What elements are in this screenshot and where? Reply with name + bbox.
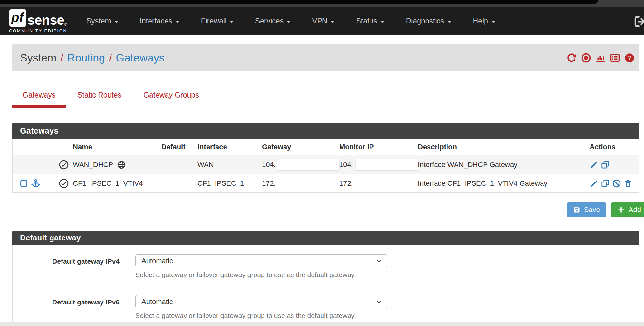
- breadcrumb-routing-link[interactable]: Routing: [67, 51, 105, 64]
- help-text: Select a gateway or failover gateway gro…: [135, 312, 387, 320]
- table-row-wan-dhcp: WAN_DHCP WAN 104. 104. Interface WAN_DHC…: [13, 155, 639, 174]
- nav-menu: System Interfaces Firewall Services VPN …: [86, 17, 495, 25]
- caret-down-icon: [491, 21, 495, 23]
- gateways-table: Name Default Interface Gateway Monitor I…: [12, 139, 639, 193]
- nav-item-status[interactable]: Status: [356, 17, 384, 25]
- nav-item-help[interactable]: Help: [473, 17, 495, 25]
- col-description: Description: [418, 143, 590, 151]
- gateway-interface: WAN: [197, 161, 262, 169]
- selected-value: Automatic: [141, 257, 173, 265]
- monitor-ip: 104.: [339, 161, 353, 169]
- logo-pf: pf: [9, 9, 26, 27]
- col-default: Default: [161, 143, 197, 151]
- gateway-address: 104.: [262, 161, 276, 169]
- window-edge: [0, 0, 598, 4]
- gateway-online-check-icon: [59, 178, 69, 189]
- anchor-icon: [31, 179, 41, 188]
- routing-tabs: Gateways Static Routes Gateway Groups: [12, 91, 644, 108]
- sign-out-icon[interactable]: [633, 14, 644, 29]
- gateway-description: Interface WAN_DHCP Gateway: [418, 161, 590, 169]
- gateway-address: 172.: [262, 179, 339, 188]
- col-interface: Interface: [197, 143, 262, 151]
- tab-gateway-groups[interactable]: Gateway Groups: [132, 91, 210, 108]
- gateway-interface: CF1_IPSEC_1: [197, 179, 262, 188]
- col-name: Name: [73, 143, 161, 151]
- caret-down-icon: [176, 21, 179, 23]
- form-row-ipv6: Default gateway IPv6 Automatic Select a …: [13, 287, 639, 325]
- breadcrumb-bar: System / Routing / Gateways ?: [12, 44, 639, 71]
- log-list-icon[interactable]: [610, 53, 620, 63]
- page-bottom-strip: [0, 322, 644, 326]
- main-navbar: pf sense ® COMMUNITY EDITION System Inte…: [0, 7, 644, 35]
- table-header-row: Name Default Interface Gateway Monitor I…: [13, 139, 639, 155]
- pfsense-logo[interactable]: pf sense ® COMMUNITY EDITION: [9, 9, 71, 33]
- default-gateway-ipv6-select[interactable]: Automatic: [135, 295, 387, 308]
- redacted-ip: [278, 159, 339, 170]
- chart-icon[interactable]: [595, 53, 606, 63]
- nav-item-interfaces[interactable]: Interfaces: [140, 17, 179, 25]
- breadcrumb-separator: /: [60, 51, 63, 64]
- help-text: Select a gateway or failover gateway gro…: [135, 271, 387, 279]
- redacted-ip: [356, 159, 418, 170]
- delete-icon[interactable]: [623, 179, 632, 188]
- tab-gateways[interactable]: Gateways: [12, 91, 66, 108]
- nav-item-vpn[interactable]: VPN: [312, 17, 334, 25]
- svg-text:?: ?: [628, 54, 631, 61]
- col-gateway: Gateway: [262, 143, 339, 151]
- refresh-icon[interactable]: [566, 53, 577, 63]
- save-button[interactable]: Save: [567, 202, 606, 217]
- disable-icon[interactable]: [612, 179, 621, 188]
- breadcrumb-actions: ?: [566, 53, 635, 63]
- logo-sense: sense: [27, 14, 64, 27]
- caret-down-icon: [114, 21, 118, 23]
- chevron-down-icon: [377, 298, 382, 303]
- action-buttons: Save Add: [12, 202, 639, 217]
- default-gateway-globe-icon: [117, 160, 126, 169]
- save-icon: [573, 206, 581, 214]
- caret-down-icon: [331, 21, 334, 23]
- default-gateway-ipv6-label: Default gateway IPv6: [32, 295, 120, 320]
- breadcrumb: System / Routing / Gateways: [20, 51, 165, 64]
- gateway-name: WAN_DHCP: [73, 161, 113, 169]
- breadcrumb-gateways-link[interactable]: Gateways: [116, 51, 164, 64]
- nav-item-system[interactable]: System: [86, 17, 118, 25]
- caret-down-icon: [447, 21, 451, 23]
- caret-down-icon: [230, 21, 234, 23]
- help-icon[interactable]: ?: [624, 53, 635, 63]
- caret-down-icon: [380, 21, 384, 23]
- copy-icon[interactable]: [601, 179, 610, 188]
- col-actions: Actions: [590, 143, 639, 151]
- chevron-down-icon: [377, 257, 382, 263]
- gateway-checkbox-icon[interactable]: [20, 180, 27, 187]
- stop-icon[interactable]: [581, 53, 591, 63]
- default-gateway-panel: Default gateway Default gateway IPv4 Aut…: [12, 231, 639, 326]
- col-monitor-ip: Monitor IP: [339, 143, 418, 151]
- gateway-online-check-icon: [59, 160, 69, 170]
- gateway-description: Interface CF1_IPSEC_1_VTIV4 Gateway: [418, 179, 590, 188]
- nav-item-services[interactable]: Services: [255, 17, 291, 25]
- copy-icon[interactable]: [601, 160, 610, 169]
- gateways-panel: Gateways Name Default Interface Gateway …: [12, 123, 639, 193]
- breadcrumb-system: System: [20, 51, 56, 64]
- monitor-ip: 172.: [339, 179, 418, 188]
- form-row-ipv4: Default gateway IPv4 Automatic Select a …: [13, 245, 639, 287]
- plus-icon: [617, 206, 625, 214]
- nav-item-diagnostics[interactable]: Diagnostics: [406, 17, 451, 25]
- tab-static-routes[interactable]: Static Routes: [66, 91, 132, 108]
- default-gateway-ipv4-label: Default gateway IPv4: [32, 254, 120, 279]
- edit-icon[interactable]: [590, 179, 599, 188]
- logo-registered-mark: ®: [64, 23, 67, 26]
- table-row-cf1-ipsec: CF1_IPSEC_1_VTIV4 CF1_IPSEC_1 172. 172. …: [13, 174, 639, 192]
- nav-item-firewall[interactable]: Firewall: [201, 17, 234, 25]
- logo-edition: COMMUNITY EDITION: [9, 28, 71, 33]
- add-button[interactable]: Add: [611, 202, 644, 217]
- default-gateway-panel-title: Default gateway: [12, 231, 639, 245]
- caret-down-icon: [287, 21, 291, 23]
- window-top-strip: [0, 0, 644, 7]
- gateways-panel-title: Gateways: [12, 123, 639, 139]
- default-gateway-ipv4-select[interactable]: Automatic: [135, 254, 387, 267]
- gateway-name: CF1_IPSEC_1_VTIV4: [73, 179, 161, 188]
- breadcrumb-separator: /: [109, 51, 112, 64]
- edit-icon[interactable]: [590, 160, 599, 169]
- selected-value: Automatic: [141, 298, 173, 306]
